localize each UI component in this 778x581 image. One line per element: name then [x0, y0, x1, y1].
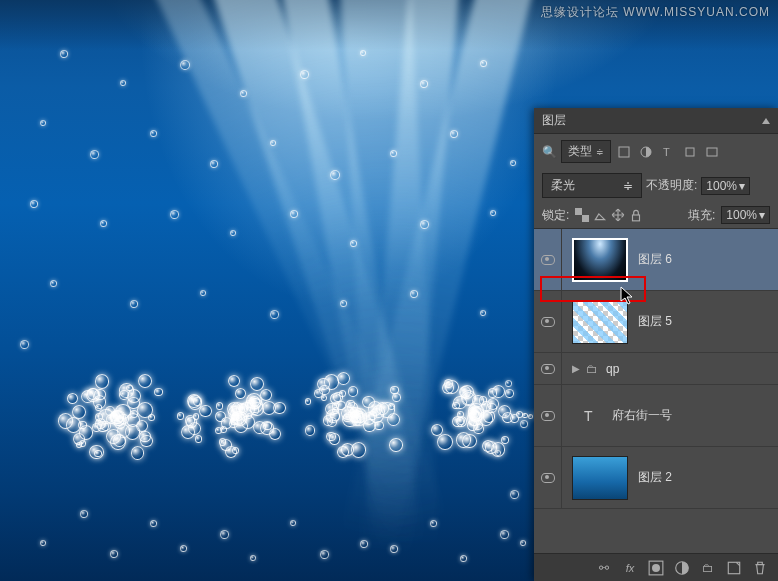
delete-layer-icon[interactable]: [752, 560, 768, 576]
svg-point-11: [652, 564, 660, 572]
layer-name: 图层 2: [638, 469, 778, 486]
lock-all-icon[interactable]: [629, 208, 643, 222]
lock-row: 锁定: 填充: 100% ▾: [534, 202, 778, 229]
fill-label: 填充:: [688, 207, 715, 224]
lock-label: 锁定:: [542, 207, 569, 224]
layer-name: qp: [606, 362, 778, 376]
layer-mask-icon[interactable]: [648, 560, 664, 576]
svg-rect-4: [707, 148, 717, 156]
text-layer-icon: T: [580, 407, 600, 425]
layer-row[interactable]: 图层 5: [534, 291, 778, 353]
blend-mode-select[interactable]: 柔光 ≑: [542, 173, 642, 198]
panel-header: 图层: [534, 108, 778, 134]
chevron-down-icon: ≑: [596, 147, 604, 157]
layer-name: 图层 6: [638, 251, 778, 268]
cursor-icon: [620, 286, 636, 306]
filter-type-label: 类型: [568, 143, 592, 160]
chevron-down-icon: ▾: [739, 179, 745, 193]
layer-fx-icon[interactable]: fx: [622, 560, 638, 576]
visibility-toggle[interactable]: [534, 447, 562, 508]
search-icon: 🔍: [542, 145, 557, 159]
eye-icon: [541, 317, 555, 327]
chevron-down-icon: ▾: [759, 208, 765, 222]
visibility-toggle[interactable]: [534, 229, 562, 290]
svg-text:T: T: [663, 146, 670, 158]
visibility-toggle[interactable]: [534, 385, 562, 446]
blend-mode-value: 柔光: [551, 177, 575, 194]
layers-panel: 图层 🔍 类型 ≑ T 柔光 ≑ 不透明度: 100% ▾ 锁定:: [534, 108, 778, 581]
lock-position-icon[interactable]: [611, 208, 625, 222]
layer-row[interactable]: T 府右街一号: [534, 385, 778, 447]
adjustment-layer-icon[interactable]: [674, 560, 690, 576]
fill-value: 100%: [726, 208, 757, 222]
new-layer-icon[interactable]: [726, 560, 742, 576]
bubble-text-art: [70, 350, 550, 510]
filter-type-icon[interactable]: T: [659, 143, 677, 161]
svg-rect-6: [575, 208, 582, 215]
svg-rect-8: [633, 215, 640, 221]
new-group-icon[interactable]: 🗀: [700, 560, 716, 576]
link-layers-icon[interactable]: ⚯: [596, 560, 612, 576]
panel-title: 图层: [542, 112, 762, 129]
layer-thumbnail[interactable]: [572, 456, 628, 500]
filter-shape-icon[interactable]: [681, 143, 699, 161]
filter-type-select[interactable]: 类型 ≑: [561, 140, 611, 163]
visibility-toggle[interactable]: [534, 353, 562, 384]
filter-row: 🔍 类型 ≑ T: [534, 134, 778, 169]
watermark-text: 思缘设计论坛 WWW.MISSYUAN.COM: [541, 4, 770, 21]
eye-icon: [541, 364, 555, 374]
folder-icon: 🗀: [586, 362, 598, 376]
expand-arrow-icon[interactable]: ▶: [572, 363, 580, 374]
layer-name: 图层 5: [638, 313, 778, 330]
panel-menu-icon[interactable]: [762, 118, 770, 124]
chevron-down-icon: ≑: [623, 179, 633, 193]
layer-row[interactable]: 图层 6: [534, 229, 778, 291]
lock-transparent-icon[interactable]: [575, 208, 589, 222]
eye-icon: [541, 255, 555, 265]
opacity-label: 不透明度:: [646, 177, 697, 194]
filter-pixel-icon[interactable]: [615, 143, 633, 161]
filter-adjustment-icon[interactable]: [637, 143, 655, 161]
svg-text:T: T: [584, 408, 593, 424]
opacity-value: 100%: [706, 179, 737, 193]
layer-row[interactable]: 图层 2: [534, 447, 778, 509]
visibility-toggle[interactable]: [534, 291, 562, 352]
eye-icon: [541, 473, 555, 483]
svg-rect-3: [686, 148, 694, 156]
layers-list: 图层 6 图层 5 ▶ 🗀 qp T 府右街一号 图层 2: [534, 229, 778, 509]
opacity-input[interactable]: 100% ▾: [701, 177, 750, 195]
lock-pixels-icon[interactable]: [593, 208, 607, 222]
layer-thumbnail[interactable]: [572, 238, 628, 282]
layer-name: 府右街一号: [612, 407, 778, 424]
fill-input[interactable]: 100% ▾: [721, 206, 770, 224]
eye-icon: [541, 411, 555, 421]
svg-rect-0: [619, 147, 629, 157]
layer-group-row[interactable]: ▶ 🗀 qp: [534, 353, 778, 385]
svg-rect-7: [582, 215, 589, 222]
layer-thumbnail[interactable]: [572, 300, 628, 344]
panel-footer: ⚯ fx 🗀: [534, 553, 778, 581]
blend-row: 柔光 ≑ 不透明度: 100% ▾: [534, 169, 778, 202]
filter-smart-icon[interactable]: [703, 143, 721, 161]
